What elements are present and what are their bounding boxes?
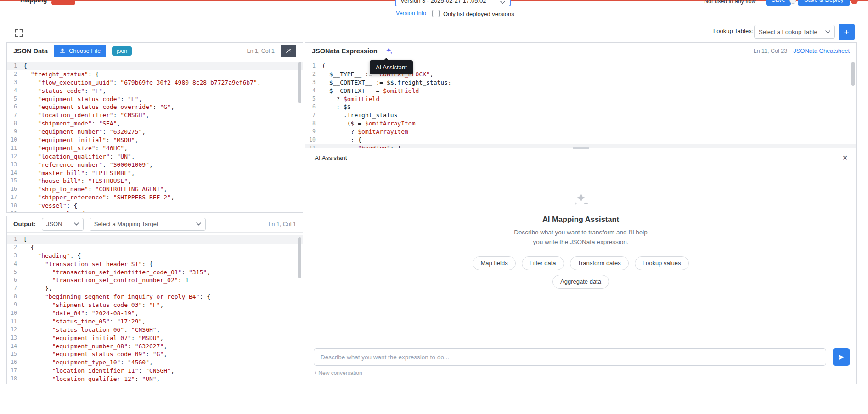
scrollbar-thumb[interactable] [298, 237, 301, 278]
code-text: "equipment_number_08": "632027", [23, 342, 167, 351]
code-line[interactable]: 8 "shipment_mode": "SEA", [7, 119, 303, 128]
code-line[interactable]: 2 "freight_status": { [7, 70, 303, 79]
code-line[interactable]: 6 "transaction_set_control_number_02": 1 [7, 276, 303, 284]
mapping-target-placeholder: Select a Mapping Target [94, 221, 158, 227]
new-conversation-link[interactable]: + New conversation [314, 370, 362, 376]
code-text: "freight_status": { [23, 70, 99, 79]
code-line[interactable]: 15 "equipment_status_code_09": "G", [7, 350, 303, 358]
code-text: "equipment_initial": "MSDU", [23, 136, 138, 144]
save-deploy-button[interactable]: Save & Deploy [798, 0, 850, 6]
mapping-target-select[interactable]: Select a Mapping Target [90, 218, 206, 231]
version-info-link[interactable]: Version Info [396, 10, 426, 17]
code-line[interactable]: 8 "beginning_segment_for_inquiry_or_repl… [7, 293, 303, 301]
panel-resize-handle[interactable] [573, 147, 589, 149]
close-icon[interactable]: × [842, 153, 848, 162]
code-line[interactable]: 4 "transaction_set_header_ST": { [7, 260, 303, 268]
expand-icon[interactable] [14, 28, 24, 39]
magic-wand-icon [285, 47, 292, 54]
chevron-down-icon [500, 1, 505, 4]
code-line[interactable]: 4 "status_code": "F", [7, 87, 303, 95]
format-wand-button[interactable] [281, 45, 296, 57]
code-line[interactable]: 10 "equipment_initial": "MSDU", [7, 136, 303, 144]
code-line[interactable]: 6 : $$ [305, 103, 856, 111]
code-text: "location_qualifier_12": "UN", [23, 375, 160, 383]
code-line[interactable]: 3 $__CONTEXT__ := $$.freight_status; [305, 79, 856, 87]
jsonata-cheatsheet-link[interactable]: JSONata Cheatsheet [793, 47, 850, 54]
code-line[interactable]: 12 "location_qualifier": "UN", [7, 153, 303, 161]
scrollbar-thumb[interactable] [298, 62, 301, 103]
line-number: 10 [305, 136, 322, 144]
output-format-value: JSON [46, 221, 62, 227]
code-line[interactable]: 7 "location_identifier": "CNSGH", [7, 111, 303, 119]
code-line[interactable]: 18 "vessel": { [7, 202, 303, 210]
code-line[interactable]: 18 "location_qualifier_12": "UN", [7, 375, 303, 383]
add-lookup-table-button[interactable]: + [839, 24, 855, 40]
code-line[interactable]: 12 "status_location_06": "CNSGH", [7, 326, 303, 334]
code-line[interactable]: 17 "shipper_reference": "SHIPPERS REF 2"… [7, 193, 303, 202]
line-number: 5 [305, 95, 322, 103]
suggestion-pill[interactable]: Filter data [522, 256, 564, 270]
code-line[interactable]: 1{ [7, 62, 303, 70]
choose-file-button[interactable]: Choose File [54, 45, 106, 57]
deployed-versions-checkbox[interactable] [432, 10, 440, 17]
suggestion-pill[interactable]: Map fields [473, 256, 515, 270]
assistant-heading: AI Mapping Assistant [305, 215, 856, 224]
code-text: "transaction_set_header_ST": { [23, 260, 153, 268]
code-text: "equipment_initial_07": "MSDU", [23, 334, 163, 342]
version-select[interactable]: Version 3 - 2025-02-27 17:05:02 [395, 0, 511, 6]
code-line[interactable]: 3 "heading": { [7, 252, 303, 260]
line-number: 9 [305, 128, 322, 136]
line-number: 2 [7, 244, 23, 252]
code-line[interactable]: 5 "transaction_set_identifier_code_01": … [7, 268, 303, 277]
code-line[interactable]: 9 ? $omitArrayItem [305, 128, 856, 136]
code-line[interactable]: 16 "ship_to_name": "CONTROLLING AGENT", [7, 185, 303, 193]
code-line[interactable]: 8 .($ = $omitArrayItem [305, 119, 856, 128]
code-text: $__CONTEXT__ := $$.freight_status; [322, 79, 451, 87]
code-line[interactable]: 10 "date_04": "2024-08-19", [7, 309, 303, 318]
code-line[interactable]: 19 "equipment_number_check_digit_13": 5 [7, 383, 303, 384]
lookup-table-select[interactable]: Select a Lookup Table [754, 25, 835, 39]
code-line[interactable]: 13 "reference_number": "S00001009", [7, 161, 303, 169]
code-line[interactable]: 11 "equipment_size": "40HC", [7, 144, 303, 153]
code-line[interactable]: 2 { [7, 244, 303, 252]
code-line[interactable]: 16 "equipment_type_10": "45G0", [7, 358, 303, 367]
code-line[interactable]: 9 "shipment_status_code_03": "F", [7, 301, 303, 309]
code-line[interactable]: 14 "master_bill": "EPTESTMBL", [7, 169, 303, 177]
deployed-versions-label[interactable]: Only list deployed versions [443, 11, 514, 17]
code-text: "shipper_reference": "SHIPPERS REF 2", [23, 193, 175, 202]
code-text: "house_bill": "TESTHOUSE", [23, 177, 131, 185]
suggestion-pill[interactable]: Lookup values [635, 256, 689, 270]
assistant-header: AI Assistant × [315, 153, 848, 162]
format-badge: json [112, 46, 132, 56]
code-line[interactable]: 10 : { [305, 136, 856, 144]
code-text: .freight_status [322, 111, 397, 119]
suggestion-pill[interactable]: Transform dates [570, 256, 629, 270]
code-line[interactable]: 7 .freight_status [305, 111, 856, 119]
output-editor[interactable]: 1[2 {3 "heading": {4 "transaction_set_he… [7, 233, 303, 384]
code-line[interactable]: 6 "equipment_status_code_override": "G", [7, 103, 303, 111]
code-line[interactable]: 7 }, [7, 284, 303, 293]
save-button[interactable]: Save [766, 0, 791, 6]
code-line[interactable]: 13 "equipment_initial_07": "MSDU", [7, 334, 303, 342]
code-line[interactable]: 19 "vessel_code": "TEST VESSEL", [7, 210, 303, 212]
ai-assistant-button[interactable] [383, 45, 394, 56]
json-input-editor[interactable]: 1{2 "freight_status": {3 "flow_execution… [7, 59, 303, 212]
code-line[interactable]: 1[ [7, 235, 303, 244]
code-line[interactable]: 11 "status_time_05": "17:29", [7, 318, 303, 326]
assistant-title: AI Assistant [315, 154, 347, 161]
code-line[interactable]: 17 "location_identifier_11": "CNSGH", [7, 367, 303, 375]
suggestion-pill[interactable]: Aggregate data [552, 275, 609, 289]
code-line[interactable]: 5 ? $omitField [305, 95, 856, 103]
code-line[interactable]: 4 $__CONTEXT__ = $omitField [305, 87, 856, 95]
code-line[interactable]: 14 "equipment_number_08": "632027", [7, 342, 303, 351]
assistant-input[interactable] [314, 348, 826, 366]
code-text: "equipment_status_code": "L", [23, 95, 142, 103]
output-format-select[interactable]: JSON [42, 218, 84, 231]
code-line[interactable]: 15 "house_bill": "TESTHOUSE", [7, 177, 303, 185]
code-line[interactable]: 9 "equipment_number": "6320275", [7, 128, 303, 136]
code-line[interactable]: 5 "equipment_status_code": "L", [7, 95, 303, 103]
send-icon [838, 353, 845, 361]
scrollbar-thumb[interactable] [851, 62, 855, 86]
code-line[interactable]: 3 "flow_execution_uuid": "679b69fe-30f2-… [7, 79, 303, 87]
send-button[interactable] [833, 348, 850, 366]
